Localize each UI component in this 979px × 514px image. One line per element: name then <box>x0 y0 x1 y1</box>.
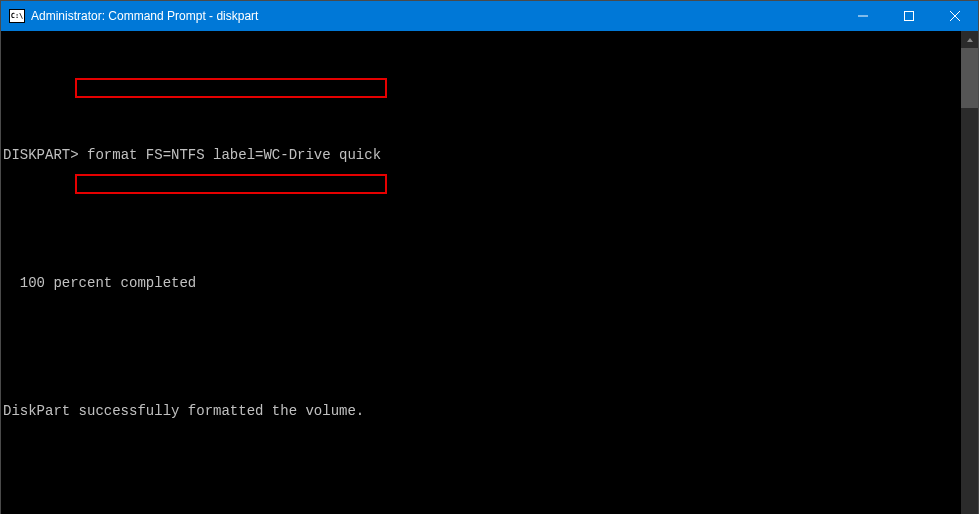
svg-rect-1 <box>905 12 914 21</box>
vertical-scrollbar[interactable] <box>961 31 978 514</box>
titlebar[interactable]: C:\ Administrator: Command Prompt - disk… <box>1 1 978 31</box>
minimize-button[interactable] <box>840 1 886 31</box>
terminal-line-msg1: DiskPart successfully formatted the volu… <box>3 403 959 419</box>
terminal-blank-line <box>3 339 959 355</box>
scroll-thumb[interactable] <box>961 48 978 108</box>
terminal-blank-line <box>3 83 959 99</box>
scroll-up-button[interactable] <box>961 31 978 48</box>
chevron-up-icon <box>966 36 974 44</box>
content-area: DISKPART> format FS=NTFS label=WC-Drive … <box>1 31 978 514</box>
command-prompt-window: C:\ Administrator: Command Prompt - disk… <box>0 0 979 514</box>
terminal-line-progress: 100 percent completed <box>3 275 959 291</box>
close-button[interactable] <box>932 1 978 31</box>
terminal-blank-line <box>3 467 959 483</box>
svg-marker-4 <box>967 38 973 42</box>
close-icon <box>950 11 960 21</box>
maximize-icon <box>904 11 914 21</box>
progress-text: 100 percent completed <box>3 275 196 291</box>
minimize-icon <box>858 11 868 21</box>
app-icon-text: C:\ <box>11 13 24 20</box>
format-success-text: DiskPart successfully formatted the volu… <box>3 403 364 419</box>
window-controls <box>840 1 978 31</box>
diskpart-prompt: DISKPART> <box>3 147 79 163</box>
app-icon: C:\ <box>9 9 25 23</box>
terminal-blank-line <box>3 211 959 227</box>
highlight-box-assign <box>75 174 387 194</box>
terminal-output[interactable]: DISKPART> format FS=NTFS label=WC-Drive … <box>1 31 961 514</box>
format-command: format FS=NTFS label=WC-Drive quick <box>79 147 381 163</box>
window-title: Administrator: Command Prompt - diskpart <box>31 9 258 23</box>
maximize-button[interactable] <box>886 1 932 31</box>
terminal-line-prompt1: DISKPART> format FS=NTFS label=WC-Drive … <box>3 147 959 163</box>
